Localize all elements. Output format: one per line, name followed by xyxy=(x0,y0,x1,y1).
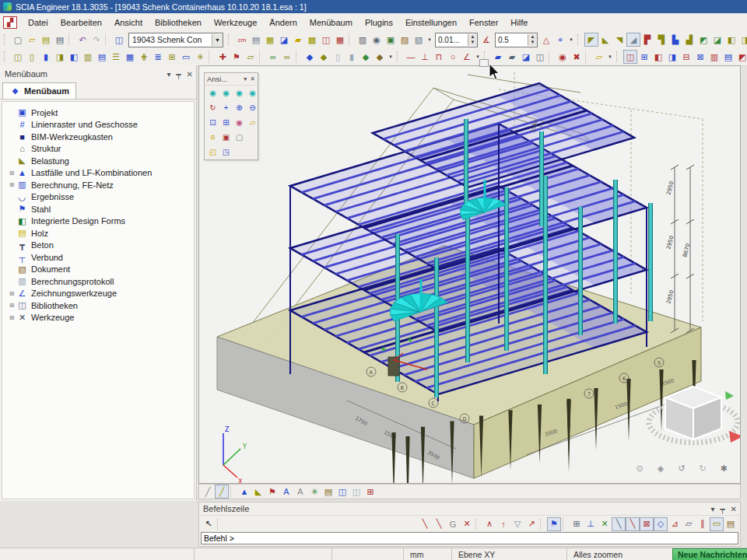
expand-icon[interactable]: ⊞ xyxy=(7,170,16,177)
snap-off-icon[interactable]: ⊠ xyxy=(640,517,654,531)
palette-header[interactable]: Ansi... ▾ ✕ xyxy=(205,73,258,86)
text-increase-icon[interactable]: A xyxy=(279,485,293,499)
support-node-icon[interactable]: ▙ xyxy=(668,33,682,47)
node-label-icon[interactable]: ☰ xyxy=(109,50,123,64)
tree-item-struktur[interactable]: ⌂Struktur xyxy=(2,143,194,156)
project-dropdown[interactable]: 19043 Schenk Con ▼ xyxy=(128,33,223,47)
snap-line-icon[interactable]: ↗ xyxy=(524,517,538,531)
close-icon[interactable]: ✕ xyxy=(250,75,255,82)
nav-cube-icon[interactable]: ◈ xyxy=(654,461,668,475)
view-axo-icon[interactable]: ◉ xyxy=(206,86,219,100)
nav-roll-icon[interactable]: ↻ xyxy=(696,461,710,475)
new-messages-button[interactable]: Neue Nachrichten xyxy=(672,548,747,560)
angle-tool-icon[interactable]: ∠ xyxy=(460,50,474,64)
table-gray-icon[interactable]: ◫ xyxy=(349,485,363,499)
pen-inactive-icon[interactable]: ╱ xyxy=(201,485,215,499)
tree-item-berechnungsprotokoll[interactable]: ▥Berechnungsprotokoll xyxy=(2,275,194,288)
tree-item-ergebnisse[interactable]: ◡Ergebnisse xyxy=(2,191,194,204)
snap-vertex-icon[interactable]: ◇ xyxy=(654,517,668,531)
undo-icon[interactable]: ↶ xyxy=(75,33,89,47)
view-x-icon[interactable]: ◉ xyxy=(219,86,233,100)
menu-item-bibliotheken[interactable]: Bibliotheken xyxy=(149,13,208,31)
rotate-view-icon[interactable]: ↻ xyxy=(206,101,219,114)
tripod-icon[interactable]: △ xyxy=(539,33,553,47)
chevron-down-icon[interactable]: ▾ xyxy=(244,75,247,82)
zoom-all-icon[interactable]: ⊞ xyxy=(219,116,233,129)
tree-item-bibliotheken[interactable]: ⊞◫Bibliotheken xyxy=(2,299,194,312)
move-node-icon[interactable]: ⚑ xyxy=(230,50,244,64)
tree-item-linienraster-und-geschosse[interactable]: #Linienraster und Geschosse xyxy=(2,119,194,131)
open-project-icon[interactable]: ▱ xyxy=(25,33,39,47)
perpendicular-tool-icon[interactable]: ⊥ xyxy=(418,50,432,64)
open-layer-icon[interactable]: ▱ xyxy=(592,50,606,64)
dropdown-arrow-icon[interactable]: ▾ xyxy=(426,33,433,46)
snap-node-icon[interactable]: ∧ xyxy=(482,517,496,531)
tree-item-bim-werkzeugkasten[interactable]: ■BIM-Werkzeugkasten xyxy=(2,131,194,143)
angle-snap-icon[interactable]: ∡ xyxy=(479,33,493,47)
nav-orbit-icon[interactable]: ↺ xyxy=(675,461,689,475)
snap-surface-icon[interactable]: ▽ xyxy=(510,517,524,531)
snap-green-icon[interactable]: ✕ xyxy=(598,517,612,531)
polyline-icon[interactable]: ▱ xyxy=(244,50,258,64)
rendering-icon[interactable]: ▯ xyxy=(25,50,39,64)
grid-snap-icon[interactable]: ⊞ xyxy=(570,517,584,531)
layer-hide-icon[interactable]: ▯ xyxy=(331,50,345,64)
mesh-settings-icon[interactable]: ▩ xyxy=(305,33,319,47)
snap-point-icon[interactable]: ↑ xyxy=(496,517,510,531)
target-icon[interactable]: ◉ xyxy=(556,50,570,64)
opening-icon[interactable]: ⊠ xyxy=(693,50,707,64)
axes-display-icon[interactable]: ⋕ xyxy=(137,50,151,64)
3d-scene[interactable]: 175015003500350015003500ABCD765295029502… xyxy=(199,66,740,483)
snap-midpoint-icon[interactable]: ╲ xyxy=(432,517,446,531)
print-icon[interactable]: ▥ xyxy=(356,33,370,47)
cursor-snap-icon[interactable]: ⚑ xyxy=(547,517,561,531)
menu-item-menubaum[interactable]: Menübaum xyxy=(303,13,359,31)
menu-item-datei[interactable]: Datei xyxy=(22,13,54,31)
rib-icon[interactable]: ▥ xyxy=(707,50,721,64)
print-data-icon[interactable]: ◉ xyxy=(370,33,384,47)
support-hinged-icon[interactable]: ◣ xyxy=(598,33,612,47)
precision-spinner[interactable]: 0.01... ▲▼ xyxy=(435,33,478,47)
expand-icon[interactable]: ⊞ xyxy=(7,290,16,297)
menu-item-werkzeuge[interactable]: Werkzeuge xyxy=(208,13,263,31)
save-icon[interactable]: ▤ xyxy=(39,33,53,47)
rectangle-tool-icon[interactable]: ⊓ xyxy=(432,50,446,64)
menu-item-ansicht[interactable]: Ansicht xyxy=(108,13,149,31)
cabinet-icon[interactable]: ▤ xyxy=(724,517,738,531)
connect-nodes-icon[interactable]: ◫ xyxy=(623,50,637,64)
app-menu-icon[interactable]: ▞ xyxy=(3,16,17,29)
workspace-layout-icon[interactable]: ◫ xyxy=(112,33,126,47)
paste-geometry-icon[interactable]: ▰ xyxy=(505,50,519,64)
tree-item-integrierte-design-forms[interactable]: ◧Integrierte Design Forms xyxy=(2,215,194,228)
ortho-icon[interactable]: ⊥ xyxy=(584,517,598,531)
scale-spinner[interactable]: 0.5 ▲▼ xyxy=(495,33,538,47)
support-point-icon[interactable]: ▜ xyxy=(654,33,668,47)
shrink-members-icon[interactable]: ◨ xyxy=(53,50,67,64)
member-data-icon[interactable]: ◨ xyxy=(665,50,679,64)
haunch-icon[interactable]: ⊟ xyxy=(679,50,693,64)
view-toolbar-palette[interactable]: Ansi... ▾ ✕ ◉◉◉◉ ↻+⊕⊖ ⊡⊞◉▱ ¤▣▢ ◰◳ xyxy=(204,72,258,160)
point-label-icon[interactable]: ▲ xyxy=(237,485,251,499)
add-node-icon[interactable]: ✚ xyxy=(216,50,230,64)
support-sliding-icon[interactable]: ◥ xyxy=(612,33,626,47)
dropdown-arrow-icon[interactable]: ▾ xyxy=(567,33,575,46)
view-glasses-icon[interactable]: ∞ xyxy=(266,50,280,64)
paste-props-icon[interactable]: ◫ xyxy=(533,50,547,64)
clip-box-icon[interactable]: ◰ xyxy=(206,145,219,159)
light-icon[interactable]: ¤ xyxy=(206,131,219,144)
view-z-icon[interactable]: ◉ xyxy=(246,86,259,100)
chevron-down-icon[interactable]: ▼ xyxy=(212,34,223,46)
zoom-window-icon[interactable]: ⊡ xyxy=(206,116,219,129)
tree-item-zeichnungswerkzeuge[interactable]: ⊞∠Zeichnungswerkzeuge xyxy=(2,288,194,300)
selection-icon[interactable]: ◪ xyxy=(277,33,291,47)
tree-item-lastfalle-und-lf-kombinationen[interactable]: ⊞▲Lastfälle und LF-Kombinationen xyxy=(2,167,194,180)
pan-view-icon[interactable]: + xyxy=(219,101,233,114)
numbering-icon[interactable]: ▦ xyxy=(123,50,137,64)
support-spring-icon[interactable]: ◪ xyxy=(710,33,724,47)
activity-off-icon[interactable]: ◆ xyxy=(317,50,331,64)
model-data-icon[interactable]: ✳ xyxy=(193,50,207,64)
redo-icon[interactable]: ↷ xyxy=(89,33,103,47)
zoom-in-icon[interactable]: ⊕ xyxy=(233,101,246,114)
clipboard-icon[interactable]: ▰ xyxy=(291,33,305,47)
support-beam-icon[interactable]: ◨ xyxy=(738,33,747,47)
